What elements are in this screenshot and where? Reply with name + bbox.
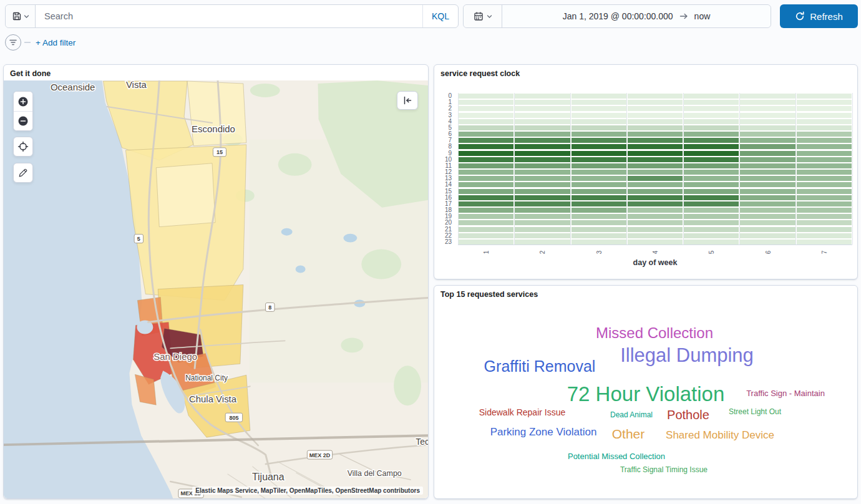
heatmap-plot[interactable]: [458, 93, 852, 245]
date-range-start: Jan 1, 2019 @ 00:00:00.000: [563, 11, 673, 21]
heatmap-cell: [515, 132, 570, 137]
date-range-display[interactable]: Jan 1, 2019 @ 00:00:00.000 now: [502, 5, 771, 27]
add-filter-button[interactable]: + Add filter: [36, 38, 75, 47]
zoom-in-button[interactable]: [14, 92, 32, 111]
tag-street-light-out[interactable]: Street Light Out: [729, 407, 781, 416]
heatmap-cell: [459, 125, 513, 130]
heatmap-cell: [459, 138, 513, 143]
heatmap-cell: [515, 170, 570, 175]
svg-text:8: 8: [268, 304, 271, 311]
heatmap-cell: [684, 132, 739, 137]
tag-traffic-signal-timing-issue[interactable]: Traffic Signal Timing Issue: [620, 465, 708, 474]
heatmap-cell: [740, 163, 795, 168]
filter-options-button[interactable]: [5, 34, 21, 51]
tag-shared-mobility-device[interactable]: Shared Mobility Device: [666, 429, 774, 442]
heatmap-cell: [740, 157, 795, 162]
heatmap-x-tick-label: 1: [483, 251, 490, 254]
heatmap-cell: [628, 151, 683, 156]
heatmap-cell: [797, 100, 852, 105]
tag-dead-animal[interactable]: Dead Animal: [610, 410, 653, 419]
search-input[interactable]: [36, 5, 422, 27]
heatmap-cell: [572, 113, 626, 118]
heatmap-cell: [515, 151, 570, 156]
svg-text:5: 5: [137, 236, 140, 242]
heatmap-cell: [459, 132, 513, 137]
refresh-button[interactable]: Refresh: [780, 4, 858, 28]
crosshair-icon: [17, 141, 29, 152]
query-bar: KQL Jan 1, 2019 @ 00:00:00.000: [0, 0, 861, 60]
svg-text:15: 15: [216, 149, 223, 155]
heatmap-cell: [628, 240, 683, 245]
heatmap-cell: [740, 138, 795, 143]
heatmap-cell: [628, 233, 683, 238]
heatmap-cell: [797, 113, 852, 118]
heatmap-cell: [740, 144, 795, 149]
heatmap-cell: [459, 189, 513, 194]
kql-language-button[interactable]: KQL: [422, 5, 458, 27]
heatmap-cell: [459, 157, 513, 162]
heatmap-cell: [515, 125, 570, 130]
heatmap-cell: [628, 106, 683, 111]
road-shield: MEX 2D: [307, 450, 332, 459]
minus-in-circle-icon: [17, 115, 29, 127]
heatmap-cell: [459, 106, 513, 111]
set-view-button[interactable]: [13, 137, 33, 157]
zoom-out-button[interactable]: [14, 111, 32, 130]
tag-missed-collection[interactable]: Missed Collection: [596, 324, 713, 342]
heatmap-cell: [515, 113, 570, 118]
heatmap-cell: [740, 170, 795, 175]
heatmap-cell: [515, 94, 570, 99]
heatmap-cell: [740, 113, 795, 118]
heatmap-cell: [797, 182, 852, 187]
date-picker-calendar-button[interactable]: [464, 5, 502, 27]
tag-pothole[interactable]: Pothole: [667, 408, 709, 422]
heatmap-cell: [684, 113, 739, 118]
draw-filter-button[interactable]: [13, 163, 33, 183]
heatmap-cell: [797, 132, 852, 137]
heatmap-cell: [459, 182, 513, 187]
filter-bar-divider: [24, 42, 31, 43]
heatmap-cell: [740, 94, 795, 99]
map-city-label: Tec: [416, 437, 428, 447]
tag-illegal-dumping[interactable]: Illegal Dumping: [620, 344, 754, 367]
heatmap-cell: [628, 208, 683, 213]
saved-query-menu-button[interactable]: [6, 5, 36, 27]
map-canvas[interactable]: OceansideVistaEscondidoSan DiegoNational…: [4, 80, 428, 498]
heatmap-cell: [684, 157, 739, 162]
heatmap-cell: [684, 100, 739, 105]
heatmap-cell: [628, 94, 683, 99]
heatmap-cell: [515, 176, 570, 181]
map-panel-title[interactable]: Get it done: [4, 65, 428, 80]
heatmap-cell: [797, 220, 852, 225]
heatmap-cell: [740, 240, 795, 245]
tag-graffiti-removal[interactable]: Graffiti Removal: [484, 357, 596, 376]
tag-sidewalk-repair-issue[interactable]: Sidewalk Repair Issue: [479, 407, 566, 417]
tag-traffic-sign-maintain[interactable]: Traffic Sign - Maintain: [746, 389, 825, 398]
map-city-label: National City: [185, 374, 228, 382]
heatmap-cell: [572, 201, 626, 206]
tag-parking-zone-violation[interactable]: Parking Zone Violation: [490, 426, 597, 439]
heatmap-cell: [740, 233, 795, 238]
collapse-left-icon: [402, 95, 412, 105]
heatmap-cell: [684, 119, 739, 124]
heatmap-panel-title[interactable]: service request clock: [434, 65, 857, 80]
heatmap-x-axis: 1234567: [458, 247, 852, 258]
heatmap-cell: [684, 144, 739, 149]
heatmap-cell: [684, 189, 739, 194]
heatmap-cell: [459, 195, 513, 200]
heatmap-cell: [740, 195, 795, 200]
collapse-legend-button[interactable]: [397, 91, 418, 110]
map-panel: Get it done: [3, 64, 429, 499]
tag-other[interactable]: Other: [612, 427, 645, 442]
heatmap-x-axis-title: day of week: [458, 258, 852, 267]
heatmap-cell: [572, 170, 626, 175]
heatmap-cell: [628, 138, 683, 143]
tag-72-hour-violation[interactable]: 72 Hour Violation: [567, 382, 725, 406]
heatmap-cell: [572, 195, 626, 200]
heatmap-cell: [515, 138, 570, 143]
tag-potential-missed-collection[interactable]: Potential Missed Collection: [568, 452, 665, 461]
heatmap-cell: [740, 214, 795, 219]
heatmap-cell: [572, 233, 626, 238]
heatmap-x-tick-label: 3: [595, 251, 602, 254]
map-attribution[interactable]: Elastic Maps Service, MapTiler, OpenMapT…: [192, 487, 423, 495]
